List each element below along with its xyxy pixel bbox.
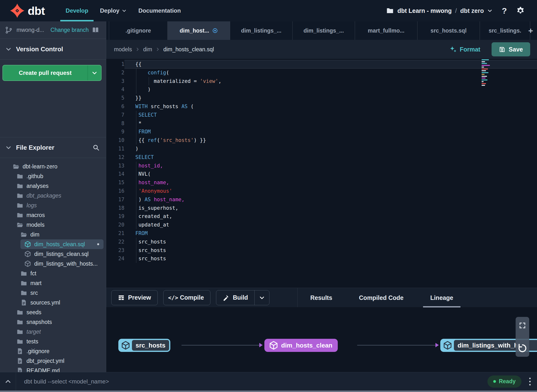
tree-item--github[interactable]: .github bbox=[0, 171, 106, 181]
code-line-5[interactable]: 5}} bbox=[106, 94, 537, 102]
tree-item-models[interactable]: models bbox=[0, 220, 106, 230]
account-switcher[interactable]: dbt Learn - mwong / dbt zero bbox=[386, 7, 493, 15]
code-line-20[interactable]: 20 updated_at bbox=[106, 221, 537, 229]
tree-item-dim-listings-with-hosts-[interactable]: dim_listings_with_hosts... bbox=[0, 259, 106, 269]
tree-item-tests[interactable]: tests bbox=[0, 337, 106, 346]
build-button[interactable]: Build bbox=[216, 290, 269, 305]
code-line-13[interactable]: 13 host_id, bbox=[106, 162, 537, 170]
command-bar-toggle[interactable] bbox=[0, 372, 16, 391]
code-editor[interactable]: 1{{2 config(3 materialized = 'view',4 )5… bbox=[106, 59, 537, 309]
tab-dim-host-[interactable]: dim_host... bbox=[168, 21, 230, 40]
code-line-8[interactable]: 8 * bbox=[106, 119, 537, 128]
create-pull-request-button[interactable]: Create pull request bbox=[2, 65, 102, 81]
code-line-23[interactable]: 23 src_hosts bbox=[106, 246, 537, 255]
results-tab-compiled-code[interactable]: Compiled Code bbox=[349, 288, 413, 307]
help-button[interactable]: ? bbox=[502, 6, 507, 16]
line-content: ) bbox=[124, 145, 537, 153]
tab-label: src_listings. bbox=[489, 27, 521, 34]
code-line-18[interactable]: 18 is_superhost, bbox=[106, 204, 537, 212]
change-branch-link[interactable]: Change branch bbox=[51, 27, 89, 33]
code-line-15[interactable]: 15 host_name, bbox=[106, 178, 537, 187]
nav-item-develop[interactable]: Develop bbox=[60, 0, 94, 21]
indent-guide bbox=[136, 111, 136, 145]
tree-item-logs[interactable]: logs bbox=[0, 200, 106, 210]
tree-item-dim-listings-clean-sql[interactable]: dim_listings_clean.sql bbox=[0, 249, 106, 259]
tab-dim-listings-[interactable]: dim_listings_... bbox=[230, 21, 293, 40]
docs-book-icon[interactable] bbox=[91, 26, 100, 34]
lineage-node-dim-hosts-clean[interactable]: dim_hosts_clean bbox=[264, 339, 338, 352]
code-line-17[interactable]: 17 ) AS host_name, bbox=[106, 195, 537, 204]
code-line-14[interactable]: 14 NVL( bbox=[106, 170, 537, 178]
tab--gitignore[interactable]: .gitignore bbox=[109, 21, 168, 40]
command-input[interactable]: dbt build --select <model_name> bbox=[24, 378, 109, 385]
save-button[interactable]: Save bbox=[492, 42, 530, 56]
lineage-node-src-hosts[interactable]: src_hosts bbox=[118, 339, 170, 352]
file-explorer-title: File Explorer bbox=[16, 144, 54, 151]
kebab-menu-icon[interactable] bbox=[529, 378, 531, 385]
refresh-undo-icon[interactable] bbox=[517, 343, 528, 353]
tab-mart-fullmo-[interactable]: mart_fullmo... bbox=[355, 21, 417, 40]
nav-item-documentation[interactable]: Documentation bbox=[132, 0, 187, 21]
line-content: src_hosts bbox=[124, 238, 537, 246]
file-explorer-header[interactable]: File Explorer bbox=[0, 137, 106, 158]
results-tab-lineage[interactable]: Lineage bbox=[421, 288, 463, 307]
preview-button[interactable]: Preview bbox=[111, 290, 158, 305]
code-line-22[interactable]: 22 src_hosts bbox=[106, 238, 537, 246]
results-tab-results[interactable]: Results bbox=[301, 288, 342, 307]
line-content: }} bbox=[124, 94, 537, 102]
tree-item-mart[interactable]: mart bbox=[0, 278, 106, 288]
build-dropdown-toggle[interactable] bbox=[254, 290, 269, 305]
tree-item-analyses[interactable]: analyses bbox=[0, 181, 106, 191]
tree-item-src[interactable]: src bbox=[0, 288, 106, 298]
nav-item-deploy[interactable]: Deploy bbox=[94, 0, 132, 21]
gear-icon[interactable] bbox=[516, 6, 525, 15]
breadcrumb-item[interactable]: dim_hosts_clean.sql bbox=[163, 46, 214, 53]
tree-item-dbt-project-yml[interactable]: dbt_project.yml bbox=[0, 356, 106, 366]
lineage-panel[interactable]: src_hostsdim_hosts_cleandim_listings_wit… bbox=[106, 307, 537, 372]
folder-icon bbox=[17, 338, 23, 345]
fullscreen-icon[interactable] bbox=[519, 322, 526, 329]
tree-item-dim[interactable]: dim bbox=[0, 230, 106, 239]
code-line-3[interactable]: 3 materialized = 'view', bbox=[106, 77, 537, 86]
code-line-16[interactable]: 16 'Anonymous' bbox=[106, 187, 537, 195]
line-number: 3 bbox=[106, 77, 124, 86]
tab-dim-listings-[interactable]: dim_listings_... bbox=[293, 21, 355, 40]
code-line-11[interactable]: 11) bbox=[106, 145, 537, 153]
code-line-1[interactable]: 1{{ bbox=[106, 60, 537, 69]
pr-dropdown-toggle[interactable] bbox=[87, 65, 101, 80]
tree-item-target[interactable]: target bbox=[0, 327, 106, 337]
search-icon[interactable] bbox=[92, 144, 100, 151]
tree-item-sources-yml[interactable]: sources.yml bbox=[0, 298, 106, 307]
code-line-12[interactable]: 12SELECT bbox=[106, 153, 537, 162]
tree-item--gitignore[interactable]: .gitignore bbox=[0, 346, 106, 356]
version-control-header[interactable]: Version Control bbox=[0, 39, 106, 60]
tab-src-listings-[interactable]: src_listings. bbox=[480, 21, 530, 40]
horizontal-scrollbar[interactable] bbox=[0, 391, 537, 392]
format-button[interactable]: Format bbox=[450, 46, 480, 53]
code-line-19[interactable]: 19 created_at, bbox=[106, 212, 537, 221]
breadcrumb-item[interactable]: dim bbox=[143, 46, 152, 53]
code-line-10[interactable]: 10 {{ ref('src_hosts') }} bbox=[106, 136, 537, 145]
model-icon bbox=[24, 260, 31, 267]
minimap[interactable] bbox=[482, 59, 495, 86]
breadcrumb-item[interactable]: models bbox=[114, 46, 132, 53]
tree-item-macros[interactable]: macros bbox=[0, 210, 106, 220]
code-line-4[interactable]: 4 ) bbox=[106, 85, 537, 94]
dbt-logo[interactable]: dbt bbox=[10, 3, 45, 18]
tab-src-hosts-sql[interactable]: src_hosts.sql bbox=[417, 21, 480, 40]
tree-item-dbt-packages[interactable]: dbt_packages bbox=[0, 191, 106, 200]
code-line-24[interactable]: 24 src_hosts bbox=[106, 254, 537, 263]
compile-button[interactable]: </> Compile bbox=[163, 290, 211, 305]
code-line-9[interactable]: 9 FROM bbox=[106, 128, 537, 136]
code-line-21[interactable]: 21FROM bbox=[106, 229, 537, 238]
new-tab-button[interactable]: + bbox=[526, 21, 536, 40]
code-line-6[interactable]: 6WITH src_hosts AS ( bbox=[106, 102, 537, 111]
tree-item-dbt-learn-zero[interactable]: dbt-learn-zero bbox=[0, 162, 106, 171]
tree-item-fct[interactable]: fct bbox=[0, 269, 106, 278]
code-line-2[interactable]: 2 config( bbox=[106, 69, 537, 77]
tree-item-snapshots[interactable]: snapshots bbox=[0, 317, 106, 327]
code-line-7[interactable]: 7 SELECT bbox=[106, 111, 537, 119]
tree-item-dim-hosts-clean-sql[interactable]: dim_hosts_clean.sql bbox=[20, 239, 104, 249]
tree-item-seeds[interactable]: seeds bbox=[0, 307, 106, 317]
tab-label: dim_listings_... bbox=[303, 27, 344, 34]
